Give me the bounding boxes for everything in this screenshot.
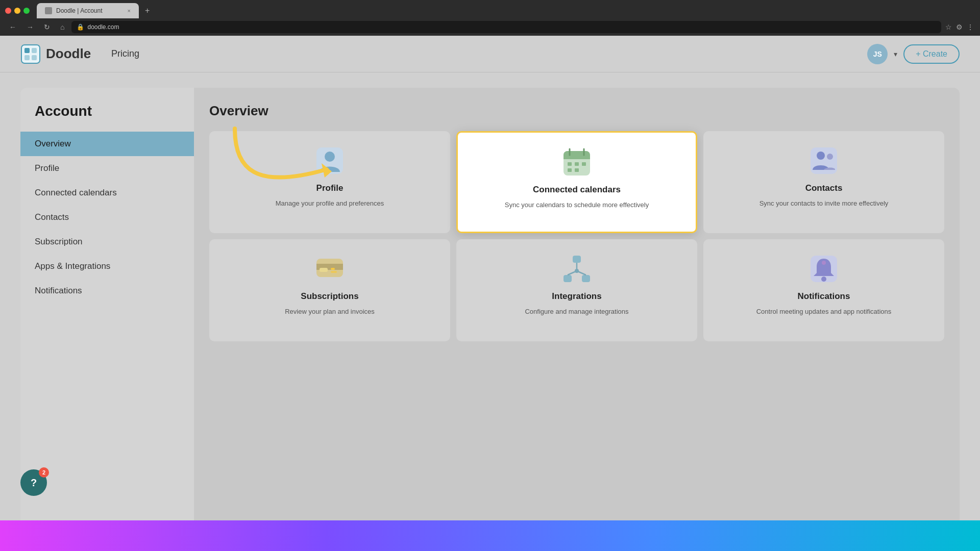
tab-favicon bbox=[45, 7, 52, 14]
card-calendars-title: Connected calendars bbox=[533, 185, 621, 195]
svg-point-20 bbox=[827, 154, 833, 160]
svg-rect-27 bbox=[564, 275, 572, 282]
logo-text: Doodle bbox=[46, 46, 91, 62]
nav-actions: ☆ ⚙ ⋮ bbox=[945, 23, 974, 31]
forward-button[interactable]: → bbox=[23, 22, 37, 32]
card-integrations-desc: Configure and manage integrations bbox=[525, 307, 628, 317]
subscriptions-icon bbox=[314, 254, 345, 284]
sidebar-title: Account bbox=[20, 103, 194, 132]
profile-icon bbox=[314, 145, 345, 176]
sidebar-item-notifications[interactable]: Notifications bbox=[20, 279, 194, 303]
svg-rect-10 bbox=[564, 155, 590, 159]
cards-grid: Profile Manage your profile and preferen… bbox=[209, 131, 944, 341]
user-dropdown-arrow[interactable]: ▾ bbox=[894, 50, 897, 58]
svg-rect-14 bbox=[575, 162, 579, 166]
tab-bar: Doodle | Account × + bbox=[0, 0, 980, 18]
svg-point-34 bbox=[821, 277, 826, 282]
svg-rect-4 bbox=[32, 55, 37, 60]
create-button[interactable]: + Create bbox=[903, 44, 960, 64]
active-tab[interactable]: Doodle | Account × bbox=[37, 3, 139, 18]
svg-rect-17 bbox=[575, 168, 579, 172]
app-header: Doodle Pricing JS ▾ + Create bbox=[0, 36, 980, 72]
svg-rect-0 bbox=[21, 45, 40, 63]
sidebar-item-apps-integrations[interactable]: Apps & Integrations bbox=[20, 254, 194, 279]
logo[interactable]: Doodle bbox=[20, 44, 91, 64]
address-text: doodle.com bbox=[87, 23, 119, 31]
svg-point-32 bbox=[575, 269, 579, 273]
more-icon[interactable]: ⋮ bbox=[967, 23, 974, 31]
svg-rect-15 bbox=[582, 162, 586, 166]
address-bar[interactable]: 🔒 doodle.com bbox=[71, 21, 941, 33]
new-tab-button[interactable]: + bbox=[141, 4, 154, 17]
overview-panel: Overview Profile Manage your profile and… bbox=[194, 88, 960, 536]
svg-rect-18 bbox=[811, 147, 837, 174]
integrations-icon bbox=[561, 254, 592, 284]
header-right: JS ▾ + Create bbox=[867, 44, 960, 64]
back-button[interactable]: ← bbox=[6, 22, 19, 32]
card-profile-desc: Manage your profile and preferences bbox=[276, 198, 384, 209]
nav-bar: ← → ↻ ⌂ 🔒 doodle.com ☆ ⚙ ⋮ bbox=[0, 18, 980, 36]
maximize-traffic-light[interactable] bbox=[23, 8, 30, 14]
help-badge: 2 bbox=[39, 467, 49, 478]
card-calendars-desc: Sync your calendars to schedule more eff… bbox=[505, 200, 649, 210]
card-profile[interactable]: Profile Manage your profile and preferen… bbox=[209, 131, 450, 233]
svg-rect-13 bbox=[568, 162, 572, 166]
card-integrations[interactable]: Integrations Configure and manage integr… bbox=[456, 239, 697, 341]
card-notifications-title: Notifications bbox=[798, 291, 850, 302]
doodle-logo-icon bbox=[20, 44, 41, 64]
help-label: ? bbox=[31, 477, 37, 489]
svg-rect-26 bbox=[573, 256, 581, 263]
card-integrations-title: Integrations bbox=[552, 291, 601, 302]
svg-rect-16 bbox=[568, 168, 572, 172]
svg-rect-2 bbox=[32, 48, 37, 53]
lock-icon: 🔒 bbox=[77, 23, 84, 31]
card-subscriptions[interactable]: Subscriptions Review your plan and invoi… bbox=[209, 239, 450, 341]
svg-point-35 bbox=[822, 261, 826, 265]
traffic-lights bbox=[5, 8, 30, 14]
tab-close-button[interactable]: × bbox=[128, 8, 131, 14]
svg-rect-28 bbox=[582, 275, 590, 282]
tab-title: Doodle | Account bbox=[56, 7, 103, 14]
app: Doodle Pricing JS ▾ + Create Account Ove… bbox=[0, 36, 980, 551]
svg-point-19 bbox=[817, 152, 825, 160]
minimize-traffic-light[interactable] bbox=[14, 8, 20, 14]
close-traffic-light[interactable] bbox=[5, 8, 11, 14]
svg-rect-1 bbox=[24, 48, 30, 53]
pricing-nav-item[interactable]: Pricing bbox=[111, 48, 139, 59]
overview-title: Overview bbox=[209, 103, 944, 119]
card-notifications-desc: Control meeting updates and app notifica… bbox=[756, 307, 892, 317]
main-content: Account Overview Profile Connected calen… bbox=[0, 72, 980, 551]
card-subscriptions-desc: Review your plan and invoices bbox=[285, 307, 375, 317]
extensions-icon[interactable]: ⚙ bbox=[956, 23, 963, 31]
browser-chrome: Doodle | Account × + ← → ↻ ⌂ 🔒 doodle.co… bbox=[0, 0, 980, 36]
svg-rect-3 bbox=[24, 55, 30, 60]
sidebar-item-connected-calendars[interactable]: Connected calendars bbox=[20, 181, 194, 205]
card-contacts-desc: Sync your contacts to invite more effect… bbox=[760, 198, 889, 209]
sidebar-item-overview[interactable]: Overview bbox=[20, 132, 194, 156]
card-notifications[interactable]: Notifications Control meeting updates an… bbox=[703, 239, 944, 341]
card-contacts-title: Contacts bbox=[805, 183, 843, 193]
card-connected-calendars[interactable]: Connected calendars Sync your calendars … bbox=[456, 131, 697, 233]
gradient-bar bbox=[0, 520, 980, 551]
help-button[interactable]: ? 2 bbox=[20, 469, 47, 496]
calendar-icon bbox=[561, 147, 592, 178]
sidebar-item-subscription[interactable]: Subscription bbox=[20, 230, 194, 254]
svg-point-7 bbox=[325, 152, 335, 162]
contacts-icon bbox=[808, 145, 839, 176]
card-profile-title: Profile bbox=[316, 183, 344, 193]
notifications-icon bbox=[808, 254, 839, 284]
home-button[interactable]: ⌂ bbox=[57, 22, 67, 32]
card-contacts[interactable]: Contacts Sync your contacts to invite mo… bbox=[703, 131, 944, 233]
svg-rect-25 bbox=[331, 271, 337, 273]
sidebar-item-contacts[interactable]: Contacts bbox=[20, 205, 194, 230]
svg-rect-23 bbox=[320, 268, 328, 272]
refresh-button[interactable]: ↻ bbox=[41, 22, 53, 32]
card-subscriptions-title: Subscriptions bbox=[301, 291, 358, 302]
help-widget[interactable]: ? 2 bbox=[20, 469, 51, 500]
star-icon[interactable]: ☆ bbox=[945, 23, 952, 31]
user-avatar[interactable]: JS bbox=[867, 44, 888, 64]
svg-rect-24 bbox=[331, 268, 335, 270]
sidebar-item-profile[interactable]: Profile bbox=[20, 156, 194, 181]
